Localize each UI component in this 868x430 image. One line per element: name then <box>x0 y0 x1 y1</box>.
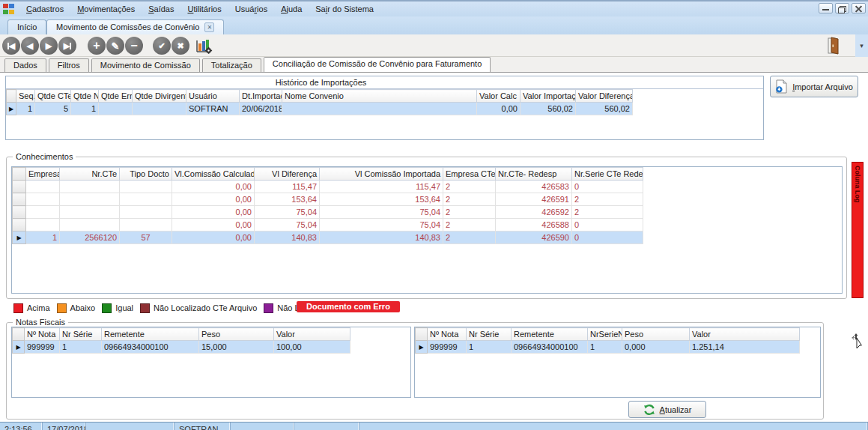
column-header[interactable]: Nr.CTe <box>60 168 120 181</box>
grid-cell[interactable]: 426583 <box>496 181 572 193</box>
grid-cell[interactable]: 115,47 <box>320 181 443 193</box>
minimize-icon[interactable] <box>819 3 833 13</box>
column-header[interactable]: Valor Diferença <box>576 90 633 103</box>
grid-cell[interactable]: 0,00 <box>172 231 255 244</box>
grid-cell[interactable]: 0,00 <box>172 193 255 206</box>
column-header[interactable]: Seq. <box>16 90 35 103</box>
tab-movimento-de-comissao[interactable]: Movimento de Comissão <box>91 58 200 72</box>
last-record-button[interactable]: ▶ <box>58 37 76 55</box>
grid-cell[interactable]: 426588 <box>496 219 572 231</box>
grid-cell[interactable]: SOFTRAN <box>186 103 240 115</box>
atualizar-button[interactable]: Atualizar <box>628 401 706 418</box>
grid-cell[interactable]: 0 <box>572 231 643 244</box>
grid-row[interactable]: 0,0075,0475,0424265922 <box>13 206 643 219</box>
grid-cell[interactable]: 140,83 <box>320 231 443 244</box>
column-header[interactable]: Peso <box>622 328 690 341</box>
grid-cell[interactable] <box>60 193 120 206</box>
grid-cell[interactable]: 5 <box>35 103 71 115</box>
grid-cell[interactable]: 2 <box>572 206 643 219</box>
grid-cell[interactable]: 20/06/2018 <box>240 103 282 115</box>
tab-conciliacao[interactable]: Conciliação de Comissão de Convênio para… <box>264 57 491 72</box>
column-header[interactable]: Peso <box>199 328 274 341</box>
grid-cell[interactable] <box>282 103 477 115</box>
grid-cell[interactable]: 0,00 <box>172 181 255 193</box>
grid-cell[interactable] <box>120 181 172 193</box>
grid-cell[interactable]: 0 <box>572 181 643 193</box>
grid-cell[interactable]: 57 <box>120 231 172 244</box>
grid-cell[interactable]: 0,00 <box>172 219 255 231</box>
tab-close-icon[interactable]: ✕ <box>204 22 214 32</box>
grid-cell[interactable] <box>60 181 120 193</box>
exit-door-icon[interactable] <box>825 37 842 56</box>
menu-saidas[interactable]: Saídas <box>142 1 180 16</box>
column-header[interactable]: Qtde NF <box>71 90 99 103</box>
first-record-button[interactable]: ◀ <box>2 37 20 55</box>
column-header[interactable]: Nº Nota <box>25 328 60 341</box>
grid-cell[interactable]: 2 <box>443 181 496 193</box>
grid-cell[interactable]: 0,000 <box>622 341 690 354</box>
grid-cell[interactable]: 15,000 <box>199 341 274 354</box>
grid-row[interactable]: 0,0075,0475,0424265880 <box>13 219 643 231</box>
column-header[interactable]: Valor Calc <box>477 90 521 103</box>
column-header[interactable]: Dt.Importacao <box>240 90 282 103</box>
grid-cell[interactable]: 153,64 <box>320 193 443 206</box>
grid-cell[interactable]: 115,47 <box>255 181 320 193</box>
grid-cell[interactable]: 1.251,14 <box>690 341 800 354</box>
tab-inicio[interactable]: Início <box>7 19 46 34</box>
column-header[interactable]: Remetente <box>102 328 199 341</box>
tab-movimento-comissoes[interactable]: Movimento de Comissões de Convênio ✕ <box>46 19 224 34</box>
grid-cell[interactable]: 426592 <box>496 206 572 219</box>
delete-record-button[interactable]: − <box>125 37 143 55</box>
menu-cadastros[interactable]: Cadastros <box>19 1 70 16</box>
menu-ajuda[interactable]: Ajuda <box>274 1 309 16</box>
column-header[interactable]: NrSerieNF <box>588 328 622 341</box>
column-header[interactable]: Usuário <box>186 90 240 103</box>
grid-cell[interactable] <box>133 103 186 115</box>
column-header[interactable]: Valor Importação <box>521 90 576 103</box>
next-record-button[interactable]: ▶ <box>40 37 58 55</box>
grid-cell[interactable]: 140,83 <box>255 231 320 244</box>
grid-cell[interactable]: 2 <box>443 231 496 244</box>
grid-cell[interactable] <box>26 219 60 231</box>
grid-cell[interactable]: 1 <box>26 231 60 244</box>
grid-cell[interactable]: 09664934000100 <box>512 341 588 354</box>
grid-cell[interactable]: 1 <box>467 341 512 354</box>
grid-cell[interactable]: 1 <box>71 103 99 115</box>
column-header[interactable]: Empresa <box>26 168 60 181</box>
column-header[interactable]: Tipo Docto <box>120 168 172 181</box>
importar-arquivo-button[interactable]: Importar Arquivo <box>770 76 858 97</box>
grid-cell[interactable]: 153,64 <box>255 193 320 206</box>
column-header[interactable]: Qtde Divirgentes <box>133 90 186 103</box>
grid-cell[interactable]: 100,00 <box>274 341 350 354</box>
grid-cell[interactable]: 1 <box>588 341 622 354</box>
grid-cell[interactable] <box>60 206 120 219</box>
grid-cell[interactable]: 2566120 <box>60 231 120 244</box>
column-header[interactable]: Vl.Comissão Calculada <box>172 168 255 181</box>
edit-record-button[interactable]: ✎ <box>106 37 124 55</box>
grid-cell[interactable]: 0 <box>572 219 643 231</box>
column-header[interactable]: Valor <box>274 328 350 341</box>
grid-row[interactable]: ▶12566120570,00140,83140,8324265900 <box>13 231 643 244</box>
grid-cell[interactable]: 09664934000100 <box>102 341 199 354</box>
grid-cell[interactable] <box>26 181 60 193</box>
grid-cell[interactable]: 999999 <box>25 341 60 354</box>
restore-icon[interactable] <box>835 3 849 13</box>
column-header[interactable]: Empresa CTe <box>443 168 496 181</box>
grid-cell[interactable]: 560,02 <box>576 103 633 115</box>
close-icon[interactable] <box>852 3 866 13</box>
grid-cell[interactable]: 426591 <box>496 193 572 206</box>
insert-record-button[interactable]: + <box>88 37 106 55</box>
menu-movimentacoes[interactable]: Movimentações <box>70 1 142 16</box>
grid-cell[interactable]: 0,00 <box>477 103 521 115</box>
grid-cell[interactable]: 0,00 <box>172 206 255 219</box>
grid-cell[interactable] <box>120 219 172 231</box>
column-header[interactable]: Qtde CTe <box>35 90 71 103</box>
grid-row[interactable]: ▶99999910966493400010010,0001.251,14 <box>416 341 800 354</box>
column-header[interactable]: Remetente <box>512 328 588 341</box>
grid-cell[interactable]: 1 <box>60 341 102 354</box>
grid-cell[interactable] <box>99 103 133 115</box>
prior-record-button[interactable]: ◀ <box>21 37 39 55</box>
grid-cell[interactable] <box>60 219 120 231</box>
grid-cell[interactable]: 75,04 <box>320 206 443 219</box>
column-header[interactable]: Nr Série <box>467 328 512 341</box>
